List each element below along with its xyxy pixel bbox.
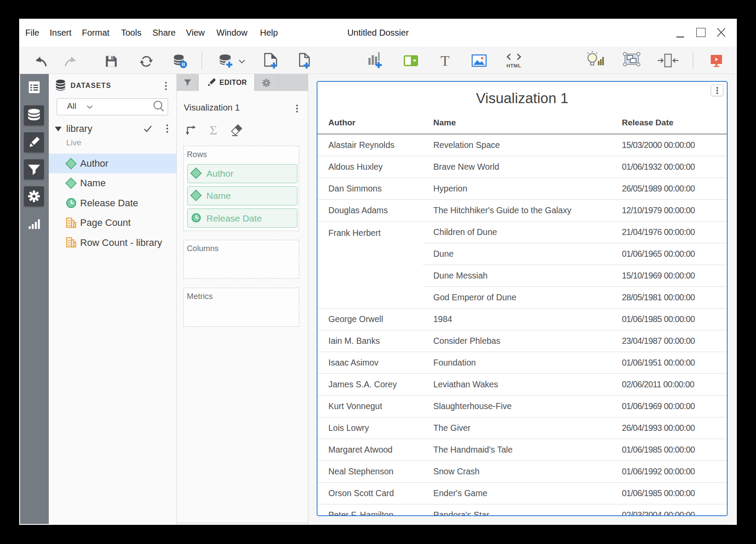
- svg-text:HTML: HTML: [506, 63, 521, 68]
